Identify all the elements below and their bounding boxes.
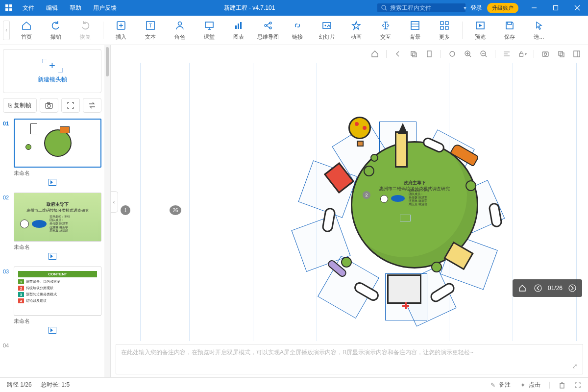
plus-icon: + (49, 59, 55, 72)
slide-01-thumb[interactable] (14, 119, 101, 168)
tb-select[interactable]: 选… (525, 18, 553, 43)
menu-help[interactable]: 帮助 (65, 2, 86, 14)
ctb-paste[interactable] (425, 49, 434, 58)
transition-icon (49, 253, 56, 260)
new-frame-button[interactable]: + 新建镜头帧 (3, 49, 101, 93)
upgrade-button[interactable]: 升级账户 (487, 3, 518, 13)
tb-chart[interactable]: 图表 (225, 18, 252, 43)
tb-insert[interactable]: 插入 (107, 18, 135, 43)
refresh-frame-button[interactable] (83, 98, 101, 113)
slide-icon (321, 20, 333, 31)
status-path: 路径 1/26 (7, 381, 32, 389)
interact-icon (380, 20, 392, 31)
marker-2[interactable]: 2 (363, 191, 370, 199)
svg-rect-56 (520, 53, 523, 56)
float-nav-home[interactable] (516, 282, 528, 294)
tb-background[interactable]: 背景 (401, 18, 429, 43)
canvas[interactable]: 政府主导下 惠州市二维码垃圾分类模式调查研究 指导老师：王钰 团队成员： 吴传媛… (111, 63, 588, 341)
slide-02[interactable]: 02 政府主导下 惠州市二维码垃圾分类模式调查研究 指导老师：王钰 团队成员： … (3, 193, 101, 262)
login-link[interactable]: 登录 (470, 4, 482, 12)
text-icon: T (145, 20, 156, 31)
search-dropdown-icon[interactable]: ▾ (464, 4, 466, 11)
menu-file[interactable]: 文件 (18, 2, 39, 14)
ctb-zoom-fit[interactable] (448, 49, 457, 58)
svg-point-64 (569, 285, 576, 292)
slide-01-transition[interactable] (3, 179, 101, 188)
tb-link[interactable]: 链接 (284, 18, 311, 43)
transition-icon (49, 179, 56, 186)
tb-text[interactable]: T文本 (137, 18, 164, 43)
slide-04[interactable]: 04 (3, 341, 101, 348)
ctb-home[interactable] (370, 49, 379, 58)
marker-1[interactable]: 1 (121, 205, 130, 215)
notes-panel[interactable]: 在此处输入您的备注内容，在预览时开启双屏模式，可以实现A屏全屏播放演示内容，B屏… (116, 344, 583, 374)
ctb-layers[interactable] (557, 49, 565, 58)
status-remark[interactable]: ✎备注 (490, 381, 511, 389)
ctb-copy[interactable] (409, 49, 418, 58)
tb-home[interactable]: 首页 (13, 18, 40, 43)
ctb-zoom-out[interactable] (479, 49, 488, 58)
float-nav-prev[interactable] (532, 282, 544, 294)
svg-rect-16 (205, 22, 213, 27)
notes-expand-icon[interactable]: ⤢ (572, 362, 578, 370)
undo-icon (50, 20, 62, 31)
tb-animation[interactable]: 动画 (343, 18, 370, 43)
status-expand[interactable] (574, 382, 581, 389)
ctb-lock[interactable]: ▾ (518, 49, 527, 58)
tree-illustration (466, 180, 476, 191)
tb-save[interactable]: 保存 (496, 18, 523, 43)
slide-02-transition[interactable] (3, 253, 101, 262)
camera-frame-button[interactable] (40, 98, 58, 113)
tb-mindmap[interactable]: 思维导图 (254, 18, 282, 43)
status-delete[interactable] (559, 382, 565, 389)
tb-preview[interactable]: 预览 (466, 18, 494, 43)
link-icon (292, 20, 303, 31)
svg-line-5 (385, 9, 387, 10)
tb-redo[interactable]: 恢复 (72, 18, 99, 43)
tb-undo[interactable]: 撤销 (42, 18, 70, 43)
sidebar-scrollbar[interactable] (104, 45, 110, 377)
slide-01[interactable]: 01 未命名 (3, 119, 101, 188)
tb-more[interactable]: 更多 (431, 18, 458, 43)
slide-03-thumb[interactable]: CONTENT 1调查背景、目的和方案2传统垃圾分类现状3新型的垃圾分类模式4结… (14, 267, 101, 316)
svg-line-49 (469, 55, 471, 57)
slide-03[interactable]: 03 CONTENT 1调查背景、目的和方案2传统垃圾分类现状3新型的垃圾分类模… (3, 267, 101, 336)
menu-feedback[interactable]: 用户反馈 (88, 2, 122, 14)
float-nav-next[interactable] (566, 282, 578, 294)
tb-classroom[interactable]: 课堂 (196, 18, 223, 43)
ctb-camera[interactable] (541, 49, 550, 58)
maximize-button[interactable] (545, 0, 566, 16)
panel-collapse-handle[interactable]: ‹ (111, 191, 118, 213)
ctb-back[interactable] (393, 49, 402, 58)
slide-02-thumb[interactable]: 政府主导下 惠州市二维码垃圾分类模式调查研究 指导老师：王钰 团队成员： 吴传媛… (14, 193, 101, 242)
plus-box-icon (115, 20, 127, 31)
svg-rect-7 (554, 6, 558, 10)
tb-interact[interactable]: 交互 (372, 18, 399, 43)
copy-frame-button[interactable]: ⎘复制帧 (3, 98, 37, 113)
minimize-button[interactable] (523, 0, 545, 16)
tree-illustration (364, 166, 374, 176)
app-logo (3, 2, 15, 14)
close-button[interactable] (566, 0, 588, 16)
ctb-zoom-in[interactable] (464, 49, 472, 58)
transition-icon (49, 327, 56, 334)
slide-03-transition[interactable] (3, 327, 101, 336)
ctb-align[interactable] (502, 49, 511, 58)
svg-point-22 (265, 24, 267, 26)
ctb-panel[interactable] (572, 49, 581, 58)
qr-frame-button[interactable] (61, 98, 80, 113)
svg-point-23 (270, 22, 271, 24)
search-input[interactable] (390, 4, 464, 11)
search-box[interactable]: ▾ (377, 3, 466, 12)
tb-slide[interactable]: 幻灯片 (313, 18, 341, 43)
float-nav-counter: 01/26 (548, 285, 563, 292)
tb-role[interactable]: 角色 (166, 18, 194, 43)
menu-edit[interactable]: 编辑 (41, 2, 63, 14)
planet-small-rect[interactable] (400, 215, 411, 221)
svg-rect-32 (441, 22, 443, 24)
mindmap-icon (262, 20, 274, 31)
status-click[interactable]: ✦点击 (519, 381, 540, 389)
toolbar-collapse-left[interactable]: ‹ (3, 21, 10, 40)
svg-point-45 (450, 51, 455, 56)
marker-26[interactable]: 26 (170, 205, 181, 215)
